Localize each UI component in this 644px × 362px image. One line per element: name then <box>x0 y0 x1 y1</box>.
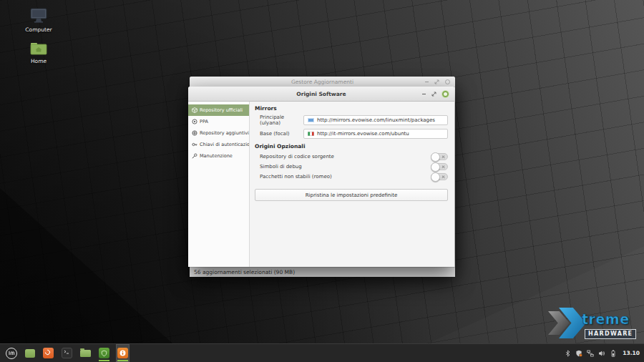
cube-icon <box>192 107 197 113</box>
desktop-icon-label: Computer <box>25 26 52 33</box>
toggle-label: Simboli di debug <box>260 164 302 170</box>
mint-menu-button[interactable] <box>4 344 19 362</box>
key-icon <box>192 142 197 147</box>
desktop-icon-home[interactable]: Home <box>18 41 59 64</box>
mint-blue-flag-icon <box>308 118 314 123</box>
computer-icon <box>18 8 59 25</box>
software-sources-title: Origini Software <box>296 91 346 97</box>
debug-symbols-toggle[interactable] <box>431 163 448 170</box>
main-panel: Mirrors Principale (ulyana) http://mirro… <box>250 102 454 267</box>
toggle-row-unstable-packages: Pacchetti non stabili (romeo) <box>260 172 448 181</box>
update-manager-title: Gestore Aggiornamenti <box>291 79 353 85</box>
taskbar-launchers <box>4 344 130 362</box>
maximize-icon[interactable] <box>434 79 439 84</box>
toggle-off-x-icon <box>441 165 444 168</box>
reset-defaults-button[interactable]: Ripristina le impostazioni predefinite <box>255 189 448 201</box>
volume-icon[interactable] <box>598 350 605 357</box>
mirror-row-main: Principale (ulyana) http://mirrors.evowi… <box>260 115 448 125</box>
update-manager-statusbar: 56 aggiornamenti selezionati (90 MB) <box>190 267 455 277</box>
toggle-row-source-code: Repository di codice sorgente <box>260 152 448 161</box>
folder-icon <box>80 350 91 357</box>
software-sources-icon <box>117 348 128 358</box>
mirrors-header: Mirrors <box>255 105 277 112</box>
sidebar-item-label: Manutenzione <box>200 153 233 159</box>
update-shield-icon <box>99 348 109 358</box>
taskbar: 13.10 <box>0 343 644 362</box>
window-buttons <box>425 77 450 87</box>
sidebar-item-label: PPA <box>200 119 208 124</box>
update-manager-titlebar[interactable]: Gestore Aggiornamenti <box>190 77 455 87</box>
battery-icon[interactable] <box>610 350 617 357</box>
software-sources-window: Origini Software Repository ufficiali <box>188 87 454 267</box>
unstable-packages-toggle[interactable] <box>431 173 448 180</box>
toggle-row-debug-symbols: Simboli di debug <box>260 162 448 171</box>
target-icon <box>192 119 197 124</box>
software-sources-titlebar[interactable]: Origini Software <box>188 87 454 102</box>
desktop: Computer Home Gestore Aggiornamenti 56 a… <box>0 0 644 362</box>
clock[interactable]: 13.10 <box>623 350 640 356</box>
software-sources-taskbar-button[interactable] <box>116 344 130 362</box>
toggle-knob <box>431 152 440 162</box>
sidebar-item-label: Repository ufficiali <box>200 107 243 113</box>
mint-menu-icon <box>6 348 17 359</box>
main-mirror-button[interactable]: http://mirrors.evowise.com/linuxmint/pac… <box>303 115 448 125</box>
update-manager-taskbar-button[interactable] <box>97 344 111 362</box>
minimize-icon[interactable] <box>425 82 429 82</box>
bluetooth-icon[interactable] <box>565 350 571 357</box>
mirror-label: Base (focal) <box>260 131 303 137</box>
sidebar-item-additional-repositories[interactable]: Repository aggiuntivi <box>188 127 249 139</box>
system-tray: 13.10 <box>565 350 640 357</box>
minimize-icon[interactable] <box>422 94 426 94</box>
window-buttons <box>422 87 449 101</box>
status-text: 56 aggiornamenti selezionati (90 MB) <box>194 269 295 275</box>
mirror-url: http://mirrors.evowise.com/linuxmint/pac… <box>317 117 435 123</box>
toggle-knob <box>431 172 440 182</box>
network-icon[interactable] <box>587 350 594 357</box>
sidebar-item-authentication-keys[interactable]: Chiavi di autenticazione <box>188 139 249 150</box>
green-app-icon <box>25 349 35 358</box>
desktop-icon-computer[interactable]: Computer <box>18 8 59 33</box>
maintenance-icon <box>192 153 197 159</box>
source-code-toggle[interactable] <box>431 153 448 160</box>
terminal-icon <box>62 348 72 358</box>
update-tray-icon[interactable] <box>575 350 582 357</box>
mirror-url: http://it-mirrors.evowise.com/ubuntu <box>317 131 409 137</box>
watermark-hardware-badge: HARDWARE <box>585 329 636 339</box>
orange-swirl-button[interactable] <box>42 344 55 362</box>
orange-swirl-icon <box>43 348 54 358</box>
base-mirror-button[interactable]: http://it-mirrors.evowise.com/ubuntu <box>303 129 448 139</box>
file-manager-button[interactable] <box>79 344 92 362</box>
toggle-off-x-icon <box>441 155 444 158</box>
resize-icon[interactable] <box>431 92 436 97</box>
home-folder-icon <box>18 41 59 57</box>
toggle-label: Pacchetti non stabili (romeo) <box>260 174 332 180</box>
mirror-label: Principale (ulyana) <box>260 114 303 126</box>
sidebar: Repository ufficiali PPA Repository aggi… <box>188 102 250 267</box>
green-app-button[interactable] <box>24 344 36 362</box>
sidebar-item-label: Repository aggiuntivi <box>200 130 249 136</box>
italy-flag-icon <box>308 132 314 137</box>
sidebar-item-label: Chiavi di autenticazione <box>200 142 249 147</box>
xtreme-hardware-watermark: treme HARDWARE <box>544 306 641 342</box>
software-sources-body: Repository ufficiali PPA Repository aggi… <box>188 102 454 267</box>
close-icon[interactable] <box>442 91 449 97</box>
toggle-knob <box>431 162 440 172</box>
globe-plus-icon <box>192 130 197 136</box>
toggle-off-x-icon <box>441 175 444 178</box>
mirror-row-base: Base (focal) http://it-mirrors.evowise.c… <box>260 129 448 139</box>
sidebar-item-official-repositories[interactable]: Repository ufficiali <box>188 104 249 116</box>
toggle-label: Repository di codice sorgente <box>260 154 334 160</box>
terminal-button[interactable] <box>60 344 74 362</box>
close-icon[interactable] <box>445 79 450 84</box>
sidebar-item-maintenance[interactable]: Manutenzione <box>188 150 249 162</box>
sidebar-item-ppa[interactable]: PPA <box>188 116 249 127</box>
desktop-icon-label: Home <box>31 58 47 64</box>
optional-sources-header: Origini Opzionali <box>255 143 305 150</box>
watermark-treme-text: treme <box>582 311 630 327</box>
